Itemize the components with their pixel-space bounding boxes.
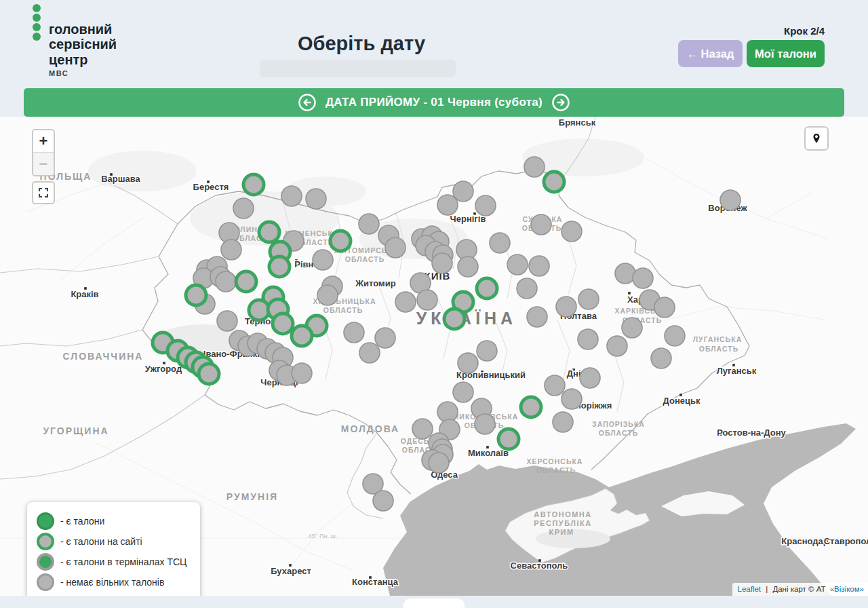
marker-no-tickets[interactable] bbox=[517, 278, 537, 299]
marker-no-tickets[interactable] bbox=[417, 290, 437, 310]
marker-no-tickets[interactable] bbox=[665, 326, 685, 346]
marker-no-tickets[interactable] bbox=[651, 348, 671, 368]
marker-site-tickets[interactable] bbox=[249, 300, 269, 320]
legend-terminal-icon bbox=[37, 553, 54, 571]
marker-no-tickets[interactable] bbox=[216, 271, 236, 292]
date-banner: ДАТА ПРИЙОМУ - 01 Червня (субота) bbox=[24, 88, 844, 117]
marker-no-tickets[interactable] bbox=[561, 221, 582, 242]
map-label: Бухарест bbox=[271, 566, 311, 576]
marker-no-tickets[interactable] bbox=[359, 343, 380, 363]
marker-no-tickets[interactable] bbox=[453, 382, 473, 402]
arrow-right-circle-icon bbox=[551, 93, 570, 112]
map-label: ОБЛАСТЬ bbox=[536, 466, 576, 474]
page-title: Оберіть дату bbox=[298, 33, 425, 55]
marker-no-tickets[interactable] bbox=[437, 195, 458, 215]
marker-no-tickets[interactable] bbox=[615, 263, 635, 284]
zoom-in-button[interactable]: + bbox=[33, 130, 54, 153]
marker-site-tickets[interactable] bbox=[186, 285, 206, 305]
marker-no-tickets[interactable] bbox=[654, 297, 675, 318]
marker-site-tickets[interactable] bbox=[544, 172, 564, 192]
marker-no-tickets[interactable] bbox=[292, 363, 312, 383]
marker-no-tickets[interactable] bbox=[622, 318, 642, 338]
marker-site-tickets[interactable] bbox=[330, 231, 351, 251]
marker-site-tickets[interactable] bbox=[477, 278, 497, 299]
next-date-button[interactable] bbox=[551, 93, 570, 112]
marker-site-tickets[interactable] bbox=[444, 309, 465, 329]
marker-no-tickets[interactable] bbox=[524, 157, 545, 177]
back-button[interactable]: ← Назад bbox=[678, 40, 743, 67]
map-label: ОБЛАСТЬ bbox=[599, 429, 638, 437]
marker-site-tickets[interactable] bbox=[236, 271, 256, 292]
vizicom-link[interactable]: «Візіком» bbox=[830, 585, 864, 593]
marker-site-tickets[interactable] bbox=[521, 397, 541, 417]
map-label: Констанца bbox=[352, 577, 399, 587]
marker-site-tickets[interactable] bbox=[259, 222, 279, 242]
locate-button[interactable] bbox=[804, 126, 829, 151]
marker-no-tickets[interactable] bbox=[313, 250, 333, 270]
marker-no-tickets[interactable] bbox=[475, 195, 496, 216]
map-label: Брянськ bbox=[559, 117, 596, 128]
marker-no-tickets[interactable] bbox=[412, 419, 433, 439]
fullscreen-button[interactable] bbox=[32, 181, 55, 204]
map-container[interactable]: ПОЛЬЩАСЛОВАЧЧИНАУГОРЩИНАМОЛДОВАРУМУНІЯУК… bbox=[0, 117, 868, 596]
marker-no-tickets[interactable] bbox=[607, 336, 627, 356]
marker-site-tickets[interactable] bbox=[292, 326, 312, 346]
marker-no-tickets[interactable] bbox=[458, 353, 478, 373]
marker-no-tickets[interactable] bbox=[373, 491, 393, 511]
marker-no-tickets[interactable] bbox=[553, 412, 573, 432]
legend-item-none: - немає вільних талонів bbox=[37, 573, 191, 591]
map-label: АВТОНОМНА bbox=[534, 510, 592, 518]
map-label: Краків bbox=[71, 289, 98, 299]
marker-no-tickets[interactable] bbox=[395, 292, 416, 312]
marker-no-tickets[interactable] bbox=[561, 389, 582, 409]
map-label: Краснодар bbox=[781, 536, 828, 546]
legend-item-site: - є талони на сайті bbox=[37, 533, 191, 550]
marker-no-tickets[interactable] bbox=[233, 198, 254, 218]
marker-no-tickets[interactable] bbox=[221, 240, 241, 260]
marker-no-tickets[interactable] bbox=[527, 307, 547, 327]
marker-no-tickets[interactable] bbox=[578, 289, 599, 309]
marker-no-tickets[interactable] bbox=[281, 186, 302, 206]
marker-no-tickets[interactable] bbox=[477, 341, 497, 361]
my-tickets-button[interactable]: Мої талони bbox=[747, 40, 825, 67]
map-label: Чернігів bbox=[450, 214, 486, 224]
marker-site-tickets[interactable] bbox=[498, 429, 519, 449]
marker-no-tickets[interactable] bbox=[475, 414, 495, 434]
map-label: ЗАПОРІЗЬКА bbox=[592, 420, 645, 428]
marker-site-tickets[interactable] bbox=[243, 174, 264, 195]
marker-no-tickets[interactable] bbox=[375, 328, 395, 348]
logo: головний сервісний центр МВС bbox=[31, 3, 117, 77]
map-label: Донецьк bbox=[663, 396, 701, 406]
marker-no-tickets[interactable] bbox=[344, 322, 364, 343]
marker-site-tickets[interactable] bbox=[273, 314, 293, 334]
marker-no-tickets[interactable] bbox=[317, 285, 338, 305]
marker-no-tickets[interactable] bbox=[633, 268, 653, 288]
leaflet-link[interactable]: Leaflet bbox=[738, 585, 762, 593]
legend-terminal-label: - є талони в терміналах ТСЦ bbox=[60, 556, 186, 567]
marker-site-tickets[interactable] bbox=[269, 256, 290, 277]
marker-no-tickets[interactable] bbox=[529, 256, 549, 276]
marker-no-tickets[interactable] bbox=[580, 368, 600, 388]
marker-no-tickets[interactable] bbox=[217, 311, 237, 331]
zoom-control: + − bbox=[32, 129, 55, 176]
zoom-out-button[interactable]: − bbox=[33, 153, 54, 175]
map-label: Ужгород bbox=[145, 364, 182, 374]
prev-date-button[interactable] bbox=[298, 93, 317, 112]
marker-no-tickets[interactable] bbox=[359, 214, 379, 234]
map-label: Ставрополь bbox=[824, 536, 868, 546]
marker-no-tickets[interactable] bbox=[556, 297, 576, 317]
marker-no-tickets[interactable] bbox=[429, 453, 449, 473]
step-indicator: Крок 2/4 bbox=[784, 25, 825, 37]
marker-no-tickets[interactable] bbox=[531, 214, 551, 235]
marker-no-tickets[interactable] bbox=[458, 256, 478, 277]
marker-no-tickets[interactable] bbox=[720, 190, 741, 210]
marker-no-tickets[interactable] bbox=[507, 254, 528, 275]
marker-no-tickets[interactable] bbox=[545, 375, 565, 396]
marker-no-tickets[interactable] bbox=[490, 233, 510, 253]
marker-no-tickets[interactable] bbox=[385, 238, 406, 258]
legend-item-terminal: - є талони в терміналах ТСЦ bbox=[37, 553, 191, 571]
marker-no-tickets[interactable] bbox=[306, 189, 326, 209]
marker-no-tickets[interactable] bbox=[578, 329, 598, 349]
marker-site-tickets[interactable] bbox=[199, 364, 219, 384]
marker-no-tickets[interactable] bbox=[432, 253, 452, 273]
